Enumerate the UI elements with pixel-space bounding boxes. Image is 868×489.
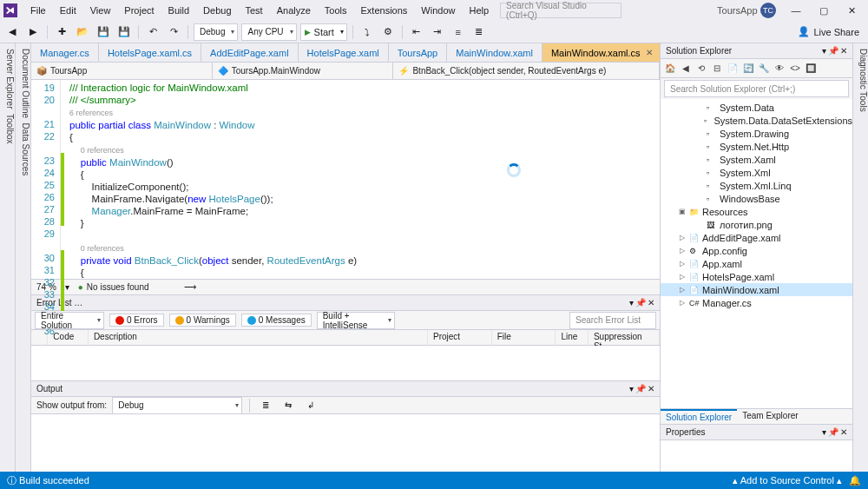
solution-tree[interactable]: ▫System.Data▫System.Data.DataSetExtensio…	[661, 99, 852, 408]
platform-combo[interactable]: Any CPU	[241, 23, 296, 41]
right-tool-rail[interactable]: Diagnostic Tools	[852, 43, 868, 472]
menu-extensions[interactable]: Extensions	[355, 3, 414, 18]
tree-item[interactable]: ▫WindowsBase	[661, 192, 852, 205]
panel-close-icon[interactable]: ✕	[648, 298, 654, 307]
menu-project[interactable]: Project	[118, 3, 160, 18]
add-source-control[interactable]: ▴ Add to Source Control ▴	[733, 475, 842, 486]
minimize-button[interactable]: —	[783, 2, 809, 19]
output-from-combo[interactable]: Debug	[112, 397, 242, 414]
error-search-input[interactable]: Search Error List	[569, 312, 656, 329]
menu-view[interactable]: View	[84, 3, 117, 18]
tree-item[interactable]: ▫System.Data.DataSetExtensions	[661, 114, 852, 127]
tree-item[interactable]: ▫System.Net.Http	[661, 140, 852, 153]
error-col[interactable]: File	[492, 330, 556, 345]
panel-close-icon[interactable]: ✕	[648, 384, 654, 393]
nav-member-combo[interactable]: ⚡ BtnBack_Click(object sender, RoutedEve…	[393, 63, 660, 79]
save-icon[interactable]: 💾	[95, 23, 112, 41]
menu-debug[interactable]: Debug	[197, 3, 237, 18]
indent-left-icon[interactable]: ⇤	[408, 23, 425, 41]
doc-tab[interactable]: HotelsPage.xaml	[299, 43, 389, 62]
tree-item[interactable]: ▷📄MainWindow.xaml	[661, 283, 852, 296]
doc-tab[interactable]: MainWindow.xaml.cs✕	[542, 43, 662, 62]
panel-pin-icon[interactable]: 📌	[828, 427, 838, 437]
refresh-icon[interactable]: 🔄	[741, 62, 755, 76]
back-icon[interactable]: ◀	[679, 62, 693, 76]
start-button[interactable]: ▶ Start	[300, 23, 347, 41]
tree-item[interactable]: ▫System.Drawing	[661, 127, 852, 140]
config-combo[interactable]: Debug	[194, 23, 238, 41]
tree-item[interactable]: ▷📄App.xaml	[661, 257, 852, 270]
doc-tab[interactable]: HotelsPage.xaml.cs	[99, 43, 201, 62]
notifications-icon[interactable]: 🔔	[849, 475, 861, 486]
tree-item[interactable]: ▷📄AddEditPage.xaml	[661, 231, 852, 244]
panel-dropdown-icon[interactable]: ▾	[822, 46, 826, 56]
menu-build[interactable]: Build	[162, 3, 195, 18]
collapse-icon[interactable]: ⊟	[710, 62, 724, 76]
error-col[interactable]: Description	[89, 330, 428, 345]
code-editor[interactable]: 192021222324252627282930313233343536 ///…	[31, 80, 660, 279]
step-icon[interactable]: ⤵	[358, 23, 376, 41]
panel-pin-icon[interactable]: 📌	[635, 384, 646, 393]
left-tool-rail-2[interactable]: Document Outline Data Sources	[16, 43, 31, 472]
tree-item[interactable]: ▫System.Xml.Linq	[661, 179, 852, 192]
error-col[interactable]: Project	[428, 330, 492, 345]
view-designer-icon[interactable]: 🔲	[804, 62, 818, 76]
menu-edit[interactable]: Edit	[54, 3, 82, 18]
nav-project-combo[interactable]: 📦 ToursApp	[31, 63, 213, 79]
panel-close-icon[interactable]: ✕	[840, 46, 847, 56]
menu-analyze[interactable]: Analyze	[271, 3, 317, 18]
output-toggle-icon[interactable]: ⇆	[279, 397, 297, 414]
show-all-icon[interactable]: 📄	[726, 62, 740, 76]
tree-item[interactable]: ▣📁Resources	[661, 205, 852, 218]
menu-window[interactable]: Window	[415, 3, 461, 18]
panel-dropdown-icon[interactable]: ▾	[629, 384, 634, 393]
tab-team-explorer[interactable]: Team Explorer	[737, 409, 803, 424]
warnings-filter[interactable]: 0 Warnings	[169, 314, 236, 327]
search-input[interactable]: Search Visual Studio (Ctrl+Q)	[500, 3, 621, 18]
error-col[interactable]: Line	[556, 330, 588, 345]
panel-pin-icon[interactable]: 📌	[828, 46, 838, 56]
issues-status[interactable]: No issues found	[78, 282, 149, 292]
tree-item[interactable]: ▷⚙App.config	[661, 244, 852, 257]
nav-fwd-icon[interactable]: ▶	[24, 23, 42, 41]
preview-icon[interactable]: 👁	[773, 62, 786, 76]
nav-back-icon[interactable]: ◀	[3, 23, 21, 41]
tree-item[interactable]: ▷📄HotelsPage.xaml	[661, 270, 852, 283]
code-area[interactable]: /// Interaction logic for MainWindow.xam…	[64, 80, 660, 279]
undo-icon[interactable]: ↶	[144, 23, 161, 41]
panel-dropdown-icon[interactable]: ▾	[822, 427, 826, 437]
tree-item[interactable]: 🖼логотип.png	[661, 218, 852, 231]
close-button[interactable]: ✕	[838, 2, 865, 19]
panel-pin-icon[interactable]: 📌	[635, 298, 646, 307]
menu-tools[interactable]: Tools	[319, 3, 353, 18]
live-share-button[interactable]: 👤 Live Share	[792, 26, 865, 37]
redo-icon[interactable]: ↷	[165, 23, 182, 41]
output-wrap-icon[interactable]: ↲	[302, 397, 319, 414]
tree-item[interactable]: ▫System.Xml	[661, 166, 852, 179]
error-col[interactable]: Suppression St...	[589, 330, 660, 345]
tree-item[interactable]: ▫System.Xaml	[661, 153, 852, 166]
menu-test[interactable]: Test	[240, 3, 269, 18]
left-tool-rail[interactable]: Server Explorer Toolbox	[0, 43, 16, 472]
home-icon[interactable]: 🏠	[663, 62, 677, 76]
build-filter-combo[interactable]: Build + IntelliSense	[317, 312, 395, 329]
tree-item[interactable]: ▷C#Manager.cs	[661, 296, 852, 309]
properties-icon[interactable]: 🔧	[757, 62, 771, 76]
close-tab-icon[interactable]: ✕	[646, 48, 653, 57]
menu-file[interactable]: File	[24, 3, 52, 18]
panel-dropdown-icon[interactable]: ▾	[629, 298, 634, 307]
indent-right-icon[interactable]: ⇥	[429, 23, 446, 41]
menu-help[interactable]: Help	[463, 3, 495, 18]
settings-icon[interactable]: ⚙	[379, 23, 397, 41]
save-all-icon[interactable]: 💾	[115, 23, 133, 41]
error-scope-combo[interactable]: Entire Solution	[35, 312, 104, 329]
sync-icon[interactable]: ⟲	[694, 62, 708, 76]
doc-tab[interactable]: ToursApp	[389, 43, 447, 62]
nav-class-combo[interactable]: 🔷 ToursApp.MainWindow	[213, 63, 394, 79]
comment-icon[interactable]: ≡	[450, 23, 467, 41]
tree-item[interactable]: ▫System.Data	[661, 101, 852, 114]
user-avatar[interactable]: ТС	[760, 3, 776, 18]
doc-tab[interactable]: Manager.cs	[31, 43, 99, 62]
tab-solution-explorer[interactable]: Solution Explorer	[661, 409, 737, 424]
solution-search-input[interactable]: Search Solution Explorer (Ctrl+;)	[664, 80, 849, 97]
